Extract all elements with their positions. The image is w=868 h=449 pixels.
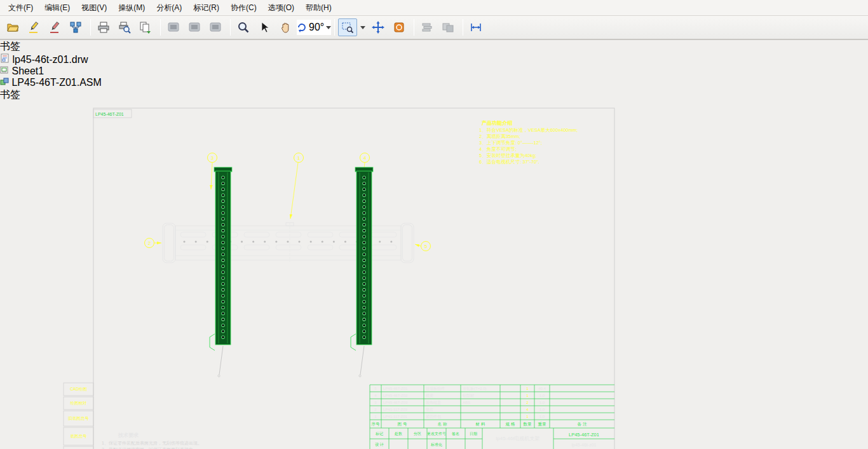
svg-text:LP45-46T-Z03: LP45-46T-Z03 [383, 401, 408, 404]
drawing-number-lowercase: lp45-46t-z01 [572, 443, 597, 448]
copy-pages-icon [139, 21, 152, 34]
balloon-2: 2 [148, 240, 151, 246]
bookmarks-panel: 书签 lp45-46t-z01.drw Sheet1 LP45-46T-Z01.… [0, 40, 868, 102]
print-button[interactable] [94, 18, 113, 36]
svg-text:图 号: 图 号 [398, 422, 407, 426]
toolbar-separator [160, 19, 161, 36]
toolbar-separator [334, 19, 335, 36]
drawing-number: LP45-46T-Z01 [569, 432, 599, 438]
drawing-file-icon [0, 53, 10, 63]
assembly-icon [0, 77, 9, 86]
markup-pen-button[interactable] [24, 18, 43, 36]
svg-text:备 注: 备 注 [578, 422, 587, 427]
layers-button [417, 18, 437, 36]
frame-label: LP45-46T-Z01 [95, 112, 124, 116]
title-block: 标记 处数 分区 更改文件号 签名 日期 设 计 校 对 审 核 工 艺 标准化… [374, 431, 607, 449]
svg-text:LP45-46T-Z01: LP45-46T-Z01 [383, 387, 408, 390]
svg-text:1.0: 1.0 [539, 401, 545, 404]
yellow-marker-icon [27, 21, 40, 34]
tree-item-sheet1[interactable]: Sheet1 [0, 66, 868, 77]
measure-icon [470, 21, 482, 34]
structure-icon [69, 21, 82, 34]
menu-manipulate[interactable]: 操纵(M) [112, 1, 151, 15]
pan-button[interactable] [276, 18, 295, 36]
export-copy-button[interactable] [136, 18, 155, 36]
menu-help[interactable]: 帮助(H) [300, 1, 337, 15]
measure-button[interactable] [466, 18, 485, 36]
nav-disabled-button-3 [206, 18, 225, 36]
tree-item-drawing[interactable]: lp45-46t-z01.drw [0, 53, 868, 66]
product-note-line: 4、角度不可调节; [479, 146, 517, 152]
print-preview-icon [118, 21, 131, 34]
bom-header: 序号 图 号 名 称 材 料 规 格 数量 重量 备 注 [372, 422, 587, 427]
open-file-button[interactable] [3, 18, 22, 36]
drawing-canvas[interactable]: LP45-46T-Z01 产品功能介绍 1、符合VESA的标准，VESA最大60… [0, 102, 868, 449]
nav-disabled-button-1 [164, 18, 183, 36]
svg-text:LP41-117-Z03: LP41-117-Z03 [383, 408, 408, 411]
menu-collaborate[interactable]: 协作(C) [225, 1, 262, 15]
zoom-button[interactable] [234, 18, 253, 36]
svg-text:2: 2 [526, 401, 529, 404]
bookmarks-panel-header: 书签 [0, 40, 868, 53]
menu-options[interactable]: 选项(O) [262, 1, 300, 15]
balloon-1: 1 [297, 155, 301, 161]
chevron-down-icon [326, 26, 331, 29]
svg-text:ABS: ABS [463, 401, 470, 404]
product-note-line: 5、安装时壁挂承重为40kg; [479, 153, 536, 158]
right-rail [351, 167, 373, 377]
tech-line: 1、保证零件装配后表面光滑，无刮伤等痕迹出现。 [102, 441, 202, 446]
product-note-line: 2、离墙距离35mm; [479, 134, 520, 139]
hand-icon [279, 21, 292, 34]
svg-text:材 料: 材 料 [475, 422, 485, 427]
svg-text:1: 1 [526, 387, 529, 390]
svg-text:标记: 标记 [375, 431, 383, 436]
rotate-angle-value: 90° [309, 22, 324, 33]
printer-icon [97, 21, 110, 34]
margin-blocks: CAD绘图 绘图校对 旧底图总号 底图总号 签 字 日 期 [64, 383, 93, 449]
svg-text:1: 1 [526, 415, 529, 418]
select-button[interactable] [255, 18, 274, 36]
svg-text:规 格: 规 格 [506, 422, 515, 427]
menu-view[interactable]: 视图(V) [76, 1, 112, 15]
menu-file[interactable]: 文件(F) [3, 1, 39, 15]
svg-text:名 称: 名 称 [438, 422, 447, 427]
balloon-4: 4 [363, 155, 367, 161]
svg-text:LP45-46T-Z02: LP45-46T-Z02 [383, 394, 408, 397]
svg-text:1.0: 1.0 [539, 415, 545, 418]
structure-tree-button[interactable] [66, 18, 85, 36]
tree-item-asm[interactable]: LP45-46T-Z01.ASM [0, 77, 868, 88]
rotate-angle-combo[interactable]: 90° [297, 20, 331, 35]
product-name: lp45-46t电视机支架 [496, 436, 540, 441]
margin-block-label: 底图总号 [71, 434, 88, 438]
open-folder-icon [6, 21, 19, 34]
svg-text:1: 1 [526, 394, 529, 397]
svg-text:5: 5 [374, 387, 377, 390]
menu-analysis[interactable]: 分析(A) [151, 1, 187, 15]
product-notes-title: 产品功能介绍 [481, 120, 512, 126]
pan-arrows-icon [372, 21, 384, 34]
menu-bar: 文件(F) 编辑(E) 视图(V) 操纵(M) 分析(A) 标记(R) 协作(C… [0, 0, 868, 16]
menu-markup[interactable]: 标记(R) [187, 1, 225, 15]
print-preview-button[interactable] [115, 18, 134, 36]
toolbar-separator [230, 19, 231, 36]
chevron-down-icon [360, 26, 365, 29]
svg-text:1.0: 1.0 [539, 394, 545, 397]
cursor-icon [258, 21, 271, 34]
left-rail [210, 167, 232, 377]
fit-view-button[interactable] [369, 18, 388, 36]
zoom-region-dropdown[interactable] [359, 18, 367, 36]
svg-text:处数: 处数 [394, 431, 402, 436]
layers-icon [421, 21, 433, 34]
product-note-line: 6、适合电视机尺寸: 37"-70". [479, 159, 539, 165]
svg-text:签名: 签名 [452, 432, 459, 436]
bookmarks-tab[interactable]: 书签 [0, 89, 20, 100]
balloon-leaders [154, 163, 421, 246]
svg-text:40.4: 40.4 [538, 387, 546, 390]
main-content: 书签 lp45-46t-z01.drw Sheet1 LP45-46T-Z01.… [0, 40, 868, 449]
refit-button[interactable] [390, 18, 409, 36]
svg-text:4: 4 [374, 394, 377, 397]
menu-edit[interactable]: 编辑(E) [39, 1, 76, 15]
balloon-3: 3 [211, 155, 214, 161]
zoom-region-button[interactable] [338, 18, 357, 36]
markup-pen2-button[interactable] [45, 18, 64, 36]
